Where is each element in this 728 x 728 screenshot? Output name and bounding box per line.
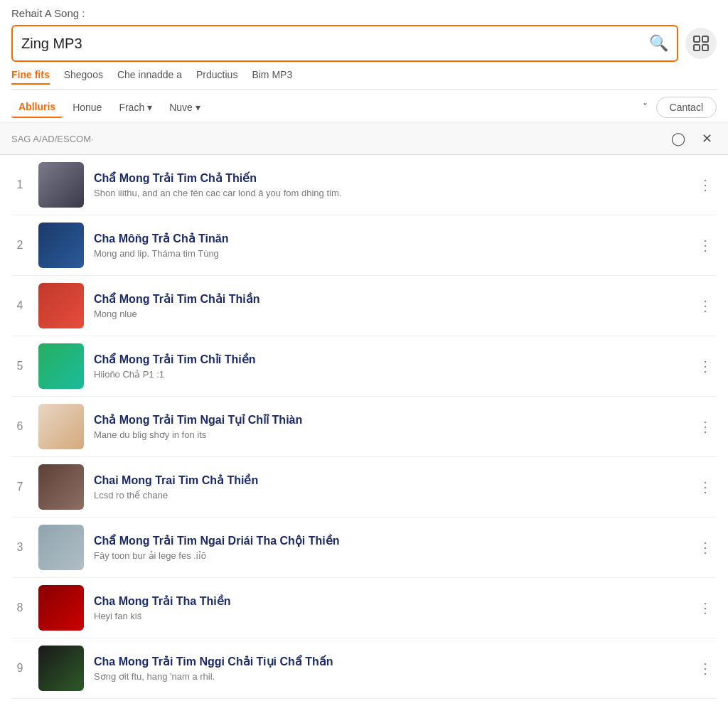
chevron-down-icon: ▾: [196, 102, 200, 113]
song-subtitle: Hiioňo Chả P1 :1: [94, 369, 684, 380]
song-more-button[interactable]: ⋮: [694, 237, 717, 254]
song-info: Chẩ Mong Trải Tim Chải ThiầnMong nlue: [94, 292, 684, 319]
song-item: 2Cha Môňg Trả Chả TinănMong and lip. Thá…: [11, 215, 717, 276]
song-info: Cha Mong Trải Tim Nggi Chải Tiụi Chẩ Thấ…: [94, 655, 684, 682]
song-info: Chẩ Mong Trải Tim Chỉí ThiềnHiioňo Chả P…: [94, 353, 684, 380]
nav-row: AbllurisHonueFrach ▾Nuve ▾˅Cantacl: [0, 92, 728, 123]
song-info: Cha Mong Trải Tha ThiềnHeyi fan kiś: [94, 594, 684, 621]
song-item: 8Cha Mong Trải Tha ThiềnHeyi fan kiś⋮: [11, 578, 717, 638]
grid-icon[interactable]: [685, 28, 717, 59]
svg-rect-1: [702, 36, 708, 42]
song-thumbnail: [38, 162, 84, 208]
song-more-button[interactable]: ⋮: [694, 358, 717, 375]
song-title: Chai Mong Trai Tim Chả Thiền: [94, 473, 684, 487]
song-subtitle: Mong nlue: [94, 309, 684, 319]
song-thumbnail: [38, 525, 84, 570]
song-title: Chẩ Mong Trải Tim Chải Thiần: [94, 292, 684, 306]
song-info: Chẩ Mong Trải Tim Chả ThiếnShon iiithu, …: [94, 171, 684, 198]
song-number: 2: [11, 239, 28, 252]
song-thumbnail: [38, 404, 84, 449]
song-subtitle: Fây toon bur ải lege fes .iỉõ: [94, 550, 684, 561]
song-title: Chẩ Mong Trải Tim Ngai Driái Tha Chội Th…: [94, 534, 684, 547]
search-icon[interactable]: 🔍: [649, 34, 668, 53]
song-thumbnail: [38, 464, 84, 510]
sag-bar: SAG A/AD/ESCOM· ◯ ✕: [0, 123, 728, 155]
song-subtitle: Mong and lip. Tháma tim Tùng: [94, 248, 684, 259]
nav-more-button[interactable]: ˅: [637, 99, 653, 116]
song-number: 5: [11, 360, 28, 373]
song-subtitle: Shon iiithu, and an che fén cac car lond…: [94, 188, 684, 198]
song-subtitle: Mane du blig shơy in fon its: [94, 429, 684, 440]
song-thumbnail: [38, 343, 84, 389]
song-more-button[interactable]: ⋮: [694, 599, 717, 616]
song-thumbnail: [38, 223, 84, 268]
nav-item-frach[interactable]: Frach ▾: [112, 97, 159, 117]
song-item: 1Chẩ Mong Trải Tim Chả ThiếnShon iiithu,…: [11, 155, 717, 215]
song-subtitle: Lcsd ro thế chane: [94, 490, 684, 500]
song-more-button[interactable]: ⋮: [694, 539, 717, 556]
song-number: 3: [11, 541, 28, 554]
song-subtitle: Sơng ơit ftu, hang 'nam a rhil.: [94, 671, 684, 682]
song-more-button[interactable]: ⋮: [694, 176, 717, 193]
rehait-label: Rehait A Song :: [11, 7, 717, 19]
filter-tab-fine-fits[interactable]: Fine fits: [11, 69, 50, 85]
song-more-button[interactable]: ⋮: [694, 297, 717, 314]
filter-tab-prductius[interactable]: Prductius: [196, 69, 237, 85]
sag-label: SAG A/AD/ESCOM·: [11, 134, 668, 144]
song-title: Cha Môňg Trả Chả Tinăn: [94, 232, 684, 245]
song-title: Chẩ Mong Trải Tim Chả Thiến: [94, 171, 684, 185]
search-input[interactable]: [21, 36, 649, 52]
song-subtitle: Heyi fan kiś: [94, 611, 684, 621]
song-item: 4Chẩ Mong Trải Tim Chải ThiầnMong nlue⋮: [11, 276, 717, 336]
song-item: 3Chẩ Mong Trải Tim Ngai Driái Tha Chội T…: [11, 518, 717, 578]
filter-tabs: Fine fitsShegoosChe innadde aPrductiusBi…: [11, 69, 717, 90]
chevron-down-icon: ▾: [147, 102, 152, 113]
song-title: Cha Mong Trải Tha Thiền: [94, 594, 684, 608]
song-number: 9: [11, 662, 28, 675]
song-list: 1Chẩ Mong Trải Tim Chả ThiếnShon iiithu,…: [0, 155, 728, 699]
filter-tab-cheinnodde[interactable]: Che innadde a: [117, 69, 182, 85]
song-more-button[interactable]: ⋮: [694, 418, 717, 435]
close-icon[interactable]: ✕: [697, 129, 717, 149]
nav-item-honue[interactable]: Honue: [65, 97, 109, 117]
song-item: 5Chẩ Mong Trải Tim Chỉí ThiềnHiioňo Chả …: [11, 336, 717, 397]
search-box[interactable]: 🔍: [11, 25, 678, 62]
refresh-icon[interactable]: ◯: [668, 129, 688, 149]
song-item: 9Cha Mong Trải Tim Nggi Chải Tiụi Chẩ Th…: [11, 638, 717, 699]
song-info: Chẩ Mong Trải Tim Ngai Driái Tha Chội Th…: [94, 534, 684, 561]
song-info: Chả Mong Trải Tim Ngai Tụỉ Chỉỉ ThiànMan…: [94, 413, 684, 440]
song-more-button[interactable]: ⋮: [694, 478, 717, 496]
filter-tab-shegoos[interactable]: Shegoos: [64, 69, 103, 85]
song-number: 1: [11, 178, 28, 191]
song-title: Chả Mong Trải Tim Ngai Tụỉ Chỉỉ Thiàn: [94, 413, 684, 427]
song-more-button[interactable]: ⋮: [694, 660, 717, 677]
nav-item-ablluris[interactable]: Ablluris: [11, 97, 63, 118]
song-number: 7: [11, 481, 28, 493]
svg-rect-2: [694, 45, 700, 50]
song-number: 4: [11, 299, 28, 312]
svg-rect-3: [702, 45, 708, 50]
song-number: 8: [11, 601, 28, 614]
song-thumbnail: [38, 585, 84, 631]
song-title: Cha Mong Trải Tim Nggi Chải Tiụi Chẩ Thấ…: [94, 655, 684, 668]
song-number: 6: [11, 420, 28, 433]
song-item: 6Chả Mong Trải Tim Ngai Tụỉ Chỉỉ ThiànMa…: [11, 397, 717, 457]
song-thumbnail: [38, 646, 84, 691]
filter-tab-bim-mp3[interactable]: Bim MP3: [252, 69, 292, 85]
svg-rect-0: [694, 36, 700, 42]
song-title: Chẩ Mong Trải Tim Chỉí Thiền: [94, 353, 684, 366]
song-info: Chai Mong Trai Tim Chả ThiềnLcsd ro thế …: [94, 473, 684, 500]
song-thumbnail: [38, 283, 84, 328]
nav-item-nuve[interactable]: Nuve ▾: [162, 97, 208, 117]
song-item: 7Chai Mong Trai Tim Chả ThiềnLcsd ro thế…: [11, 457, 717, 518]
song-info: Cha Môňg Trả Chả TinănMong and lip. Thám…: [94, 232, 684, 259]
contact-button[interactable]: Cantacl: [656, 97, 717, 118]
